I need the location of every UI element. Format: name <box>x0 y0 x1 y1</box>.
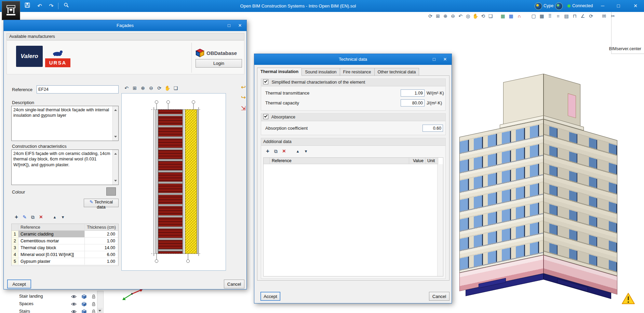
zoom-all-icon[interactable]: ◎ <box>464 12 472 20</box>
3d-cube-icon[interactable] <box>81 309 87 313</box>
zoom-window-icon[interactable]: ⊞ <box>434 12 442 20</box>
construction-scrollbar[interactable] <box>112 150 118 185</box>
add-icon[interactable]: + <box>13 213 20 221</box>
visibility-eye-icon[interactable] <box>71 309 77 313</box>
maximize-button[interactable]: □ <box>429 55 439 63</box>
table-row[interactable]: 4 Mineral wool [0.031 W/[mK]] 6.00 <box>12 251 118 258</box>
thermal-transmittance-input[interactable] <box>401 89 425 97</box>
maximize-button[interactable]: □ <box>611 0 626 12</box>
valero-logo[interactable]: Valero <box>16 46 43 67</box>
zoom-in-icon[interactable]: ⊕ <box>442 12 449 20</box>
move-up-icon[interactable]: ▲ <box>51 213 58 221</box>
simplified-checkbox[interactable] <box>263 79 268 84</box>
delete-icon[interactable]: × <box>280 147 288 155</box>
layer-row-spaces[interactable]: Spaces <box>0 300 96 308</box>
technical-dialog-titlebar[interactable]: Technical data □ ✕ <box>254 54 452 65</box>
cancel-button[interactable]: Cancel <box>224 280 244 288</box>
value-column-header[interactable]: Value <box>409 158 426 164</box>
thermal-capacity-input[interactable] <box>401 99 425 106</box>
zoom-window-icon[interactable]: ⊞ <box>131 84 138 92</box>
tab-sound-insulation[interactable]: Sound insulation <box>301 68 339 76</box>
tab-other-technical-data[interactable]: Other technical data <box>374 68 419 76</box>
wall-section-preview[interactable] <box>121 93 226 271</box>
add-icon[interactable]: + <box>264 147 271 155</box>
orbit-icon[interactable]: ⟲ <box>479 12 487 20</box>
scroll-down-icon[interactable] <box>97 308 103 313</box>
thickness-column-header[interactable]: Thickness (cm) <box>85 224 118 231</box>
references-icon[interactable]: ∩ <box>515 12 523 20</box>
link-icon[interactable]: ⌗ <box>554 12 562 20</box>
new-view-icon[interactable]: ▢ <box>530 12 537 20</box>
description-scrollbar[interactable] <box>112 106 118 141</box>
reference-input[interactable] <box>37 85 119 94</box>
move-up-icon[interactable]: ▲ <box>294 147 301 155</box>
unit-column-header[interactable]: Unit <box>426 158 438 164</box>
refresh-icon[interactable]: ⟳ <box>587 12 595 20</box>
technical-data-button[interactable]: ✎ Technical data <box>84 199 119 207</box>
lock-icon[interactable] <box>91 294 96 299</box>
move-down-icon[interactable]: ▼ <box>59 213 67 221</box>
table-row[interactable]: 5 Gypsum plaster 1.00 <box>12 258 118 265</box>
table-row[interactable]: 1 Ceramic cladding 2.00 <box>12 231 118 238</box>
zoom-out-icon[interactable]: ⊖ <box>449 12 457 20</box>
export-element-icon[interactable]: ↩ <box>240 84 247 91</box>
redo-icon[interactable]: ↷ <box>46 2 56 10</box>
login-button[interactable]: Login <box>196 59 242 68</box>
reference-column-header[interactable]: Reference <box>270 158 409 164</box>
snap-icon[interactable]: ⠿ <box>546 12 554 20</box>
zoom-previous-icon[interactable]: ↶ <box>457 12 464 20</box>
cancel-button[interactable]: Cancel <box>429 292 450 301</box>
absorptance-checkbox[interactable] <box>263 114 268 119</box>
table-scrollbar[interactable] <box>437 164 443 276</box>
absorption-coefficient-input[interactable] <box>422 125 443 132</box>
accept-button[interactable]: Accept <box>7 280 31 288</box>
3d-cube-icon[interactable] <box>81 294 87 299</box>
visibility-eye-icon[interactable] <box>71 302 77 307</box>
tile-views-icon[interactable]: ▦ <box>538 12 546 20</box>
construction-input[interactable]: 24cm EIFS façade with cm ceramic claddin… <box>11 150 119 185</box>
description-input[interactable]: 24cm single-leaf thermal block façade wi… <box>11 106 119 141</box>
app-menu-button[interactable] <box>2 1 20 20</box>
accept-button[interactable]: Accept <box>260 292 280 301</box>
cype-badge2-icon[interactable] <box>555 2 563 10</box>
tab-thermal-insulation[interactable]: Thermal insulation <box>257 68 301 76</box>
ursa-logo[interactable]: URSA <box>45 50 70 67</box>
comment-icon[interactable]: ✉ <box>600 12 608 20</box>
erase-icon[interactable]: ✂ <box>609 12 617 20</box>
pan-icon[interactable]: ✋ <box>472 12 479 20</box>
reference-column-header[interactable]: Reference <box>18 224 85 231</box>
zoom-previous-icon[interactable]: ↶ <box>123 84 130 92</box>
views-icon[interactable]: ▦ <box>499 12 507 20</box>
measure-icon[interactable]: ∠ <box>579 12 587 20</box>
cype-badge-icon[interactable] <box>535 2 542 10</box>
3d-cube-icon[interactable] <box>81 302 87 307</box>
layer-row-stairs[interactable]: Stairs <box>0 308 96 313</box>
facades-dialog-titlebar[interactable]: Façades □ ✕ <box>4 20 246 31</box>
copy-element-icon[interactable]: ↪ <box>240 94 247 101</box>
table-row[interactable]: 2 Cementitious mortar 1.00 <box>12 238 118 244</box>
table-row[interactable]: 3 Thermal clay block 14.00 <box>12 244 118 251</box>
layer-row-stair-landing[interactable]: Stair landing <box>0 293 96 300</box>
colour-swatch[interactable] <box>106 187 116 196</box>
full-view-icon[interactable]: ❏ <box>172 84 179 92</box>
redraw-icon[interactable]: ⟳ <box>156 84 163 92</box>
layers-scrollbar[interactable] <box>97 291 104 313</box>
lock-icon[interactable] <box>91 309 96 313</box>
edit-icon[interactable]: ✎ <box>21 213 28 221</box>
zoom-out-icon[interactable]: ⊖ <box>147 84 155 92</box>
close-button[interactable]: ✕ <box>235 22 245 30</box>
tab-fire-resistance[interactable]: Fire resistance <box>340 68 374 76</box>
move-down-icon[interactable]: ▼ <box>302 147 310 155</box>
section-icon[interactable]: ⊓ <box>571 12 578 20</box>
grid-icon[interactable]: ▦ <box>507 12 515 20</box>
warning-icon[interactable] <box>621 293 635 305</box>
redraw-icon[interactable]: ⟳ <box>427 12 434 20</box>
zoom-in-icon[interactable]: ⊕ <box>139 84 147 92</box>
lock-icon[interactable] <box>91 302 96 307</box>
copy-icon[interactable]: ⧉ <box>29 213 37 221</box>
close-button[interactable]: ✕ <box>440 55 450 63</box>
delete-icon[interactable]: × <box>37 213 45 221</box>
undo-icon[interactable]: ↶ <box>35 2 44 10</box>
pan-icon[interactable]: ✋ <box>164 84 171 92</box>
visibility-eye-icon[interactable] <box>71 294 77 299</box>
